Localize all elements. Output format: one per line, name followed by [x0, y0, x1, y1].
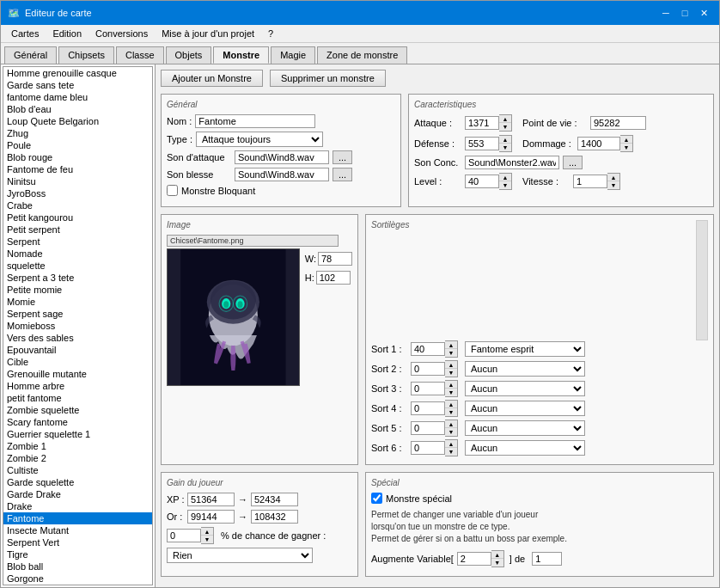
sort-spin-up-4[interactable]: ▲: [445, 420, 457, 428]
close-button[interactable]: ✕: [695, 5, 712, 21]
list-item[interactable]: Homme grenouille casque: [3, 67, 152, 79]
vitesse-spin-down[interactable]: ▼: [607, 181, 619, 189]
add-monster-button[interactable]: Ajouter un Monstre: [161, 70, 263, 87]
tab-classe[interactable]: Classe: [116, 46, 164, 64]
or-to-input[interactable]: [251, 510, 298, 524]
list-item[interactable]: Scary fantome: [3, 416, 152, 428]
xp-from-input[interactable]: [187, 493, 235, 506]
list-item[interactable]: Fantome: [3, 512, 152, 524]
sort-spell-1[interactable]: AucunFantome espritBoule de feuEclair: [465, 361, 585, 377]
attaque-spin-down[interactable]: ▼: [499, 123, 511, 131]
menu-cartes[interactable]: Cartes: [4, 27, 46, 40]
tab-general[interactable]: Général: [4, 46, 57, 64]
sort-spell-5[interactable]: AucunFantome espritBoule de feuEclair: [465, 440, 585, 456]
list-item[interactable]: Guerrier squelette 1: [3, 428, 152, 440]
list-item[interactable]: petit fantome: [3, 392, 152, 404]
menu-edition[interactable]: Edition: [46, 27, 88, 40]
list-item[interactable]: fantome dame bleu: [3, 91, 152, 103]
sortileges-scrollbar[interactable]: [696, 220, 708, 340]
tab-zone-monstre[interactable]: Zone de monstre: [317, 46, 407, 64]
monster-list[interactable]: tete flottanteHomme grenouilleOeil rebon…: [3, 66, 153, 585]
monstre-bloquant-checkbox[interactable]: [167, 185, 178, 196]
chance-input[interactable]: [167, 529, 201, 542]
list-item[interactable]: Momieboss: [3, 320, 152, 332]
list-item[interactable]: Zhug: [3, 127, 152, 139]
attaque-input[interactable]: [465, 116, 499, 130]
vitesse-input[interactable]: [573, 175, 607, 188]
sort-value-2[interactable]: [411, 382, 445, 395]
list-item[interactable]: Tigre: [3, 548, 152, 560]
augmente-spin-up[interactable]: ▲: [491, 551, 503, 559]
w-input[interactable]: [318, 252, 352, 266]
sort-spin-up-1[interactable]: ▲: [445, 361, 457, 369]
sort-value-0[interactable]: [411, 342, 445, 356]
h-input[interactable]: [316, 271, 351, 285]
defense-input[interactable]: [465, 137, 499, 150]
tab-objets[interactable]: Objets: [166, 46, 212, 64]
maximize-button[interactable]: □: [676, 5, 693, 21]
list-item[interactable]: Crabe: [3, 199, 152, 211]
menu-maj[interactable]: Mise à jour d'un projet: [155, 27, 261, 40]
sort-spell-4[interactable]: AucunFantome espritBoule de feuEclair: [465, 420, 585, 436]
list-item[interactable]: Garde sans tete: [3, 79, 152, 91]
list-item[interactable]: Serpent a 3 tete: [3, 272, 152, 284]
list-item[interactable]: Zombie 1: [3, 440, 152, 452]
list-item[interactable]: Fantome de feu: [3, 163, 152, 175]
son-conc-browse[interactable]: ...: [563, 156, 583, 169]
list-item[interactable]: Nomade: [3, 248, 152, 260]
tab-monstre[interactable]: Monstre: [213, 46, 269, 64]
list-item[interactable]: Gorgone: [3, 573, 152, 585]
item-select[interactable]: Rien Potion Epée: [167, 548, 313, 563]
list-item[interactable]: Blob rouge: [3, 151, 152, 163]
list-item[interactable]: Serpent Vert: [3, 536, 152, 548]
list-item[interactable]: Serpent: [3, 236, 152, 248]
list-item[interactable]: Drake: [3, 500, 152, 512]
sort-spin-down-0[interactable]: ▼: [445, 349, 457, 357]
sort-value-5[interactable]: [411, 441, 445, 455]
sort-value-1[interactable]: [411, 362, 445, 376]
list-item[interactable]: Petit serpent: [3, 224, 152, 236]
menu-help[interactable]: ?: [261, 27, 280, 40]
type-select[interactable]: Attaque toujours Défend Fuit Aléatoire: [196, 132, 323, 147]
vitesse-spin-up[interactable]: ▲: [607, 174, 619, 181]
list-item[interactable]: Petit kangourou: [3, 211, 152, 224]
xp-to-input[interactable]: [251, 493, 298, 506]
pdv-input[interactable]: [590, 116, 646, 130]
or-from-input[interactable]: [187, 510, 235, 524]
chance-spin-up[interactable]: ▲: [201, 528, 213, 536]
nom-input[interactable]: [195, 114, 315, 128]
list-item[interactable]: Grenouille mutante: [3, 368, 152, 380]
list-item[interactable]: Insecte Mutant: [3, 524, 152, 536]
dommage-spin-down[interactable]: ▼: [620, 144, 632, 151]
chance-spin-down[interactable]: ▼: [201, 536, 213, 543]
sort-spell-2[interactable]: AucunFantome espritBoule de feuEclair: [465, 381, 585, 396]
list-item[interactable]: Petite momie: [3, 284, 152, 296]
defense-spin-down[interactable]: ▼: [499, 144, 511, 151]
sort-value-3[interactable]: [411, 401, 445, 415]
list-item[interactable]: Cible: [3, 356, 152, 368]
menu-conversions[interactable]: Conversions: [88, 27, 155, 40]
list-item[interactable]: Momie: [3, 296, 152, 308]
sort-spin-up-0[interactable]: ▲: [445, 341, 457, 349]
list-item[interactable]: Ninitsu: [3, 175, 152, 187]
list-item[interactable]: Loup Quete Belgarion: [3, 115, 152, 127]
level-spin-down[interactable]: ▼: [499, 181, 511, 189]
dommage-input[interactable]: [577, 137, 620, 150]
dommage-spin-up[interactable]: ▲: [620, 136, 632, 144]
defense-spin-up[interactable]: ▲: [499, 136, 511, 144]
sort-spin-down-2[interactable]: ▼: [445, 389, 457, 396]
level-spin-up[interactable]: ▲: [499, 174, 511, 181]
remove-monster-button[interactable]: Supprimer un monstre: [270, 70, 386, 87]
minimize-button[interactable]: ─: [657, 5, 674, 21]
list-item[interactable]: Cultiste: [3, 464, 152, 476]
sort-spin-up-5[interactable]: ▲: [445, 440, 457, 448]
list-item[interactable]: Blob d'eau: [3, 103, 152, 115]
augmente-spin-down[interactable]: ▼: [491, 559, 503, 567]
monstre-special-checkbox[interactable]: [371, 493, 382, 504]
attaque-spin-up[interactable]: ▲: [499, 115, 511, 123]
de-input[interactable]: [532, 552, 562, 566]
sort-spin-down-5[interactable]: ▼: [445, 448, 457, 456]
list-item[interactable]: Vers des sables: [3, 332, 152, 344]
list-item[interactable]: Epouvantail: [3, 344, 152, 356]
list-item[interactable]: squelette: [3, 260, 152, 272]
